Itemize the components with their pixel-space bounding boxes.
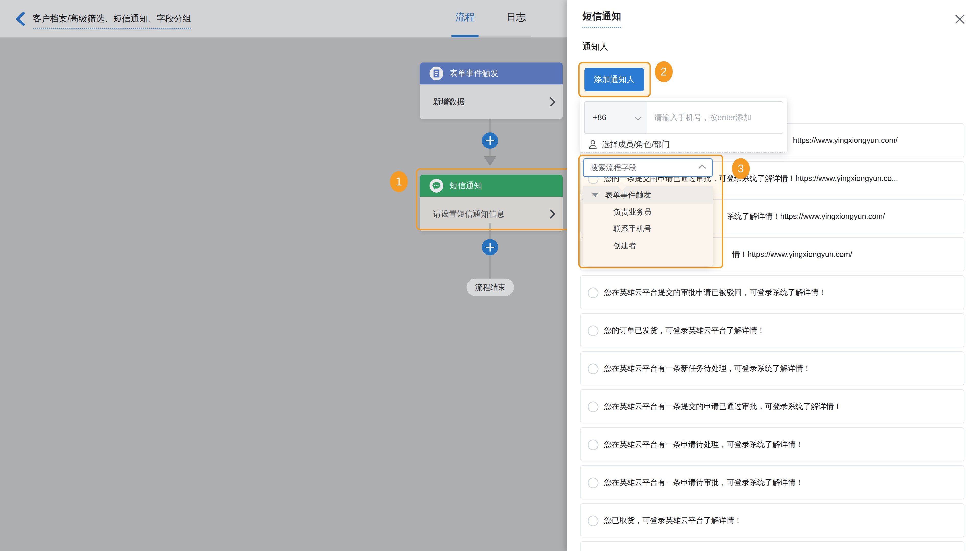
person-icon: [588, 140, 597, 149]
connector-line: [490, 119, 490, 132]
breadcrumb[interactable]: 客户档案/高级筛选、短信通知、字段分组: [33, 13, 191, 29]
field-search-placeholder: 搜索流程字段: [590, 162, 700, 173]
chevron-right-icon: [546, 97, 555, 106]
notify-person-label: 通知人: [582, 41, 608, 52]
member-picker-option[interactable]: 选择成员/角色/部门: [588, 139, 670, 150]
phone-input-group: +86: [584, 101, 783, 134]
caret-down-icon: [592, 193, 598, 197]
field-tree-group-label: 表单事件触发: [605, 190, 651, 200]
chevron-down-icon: [635, 113, 641, 121]
sms-config-panel: 短信通知 通知人 https://www.yingxiongyun.com/您的…: [567, 0, 980, 551]
radio-button[interactable]: [588, 364, 598, 374]
radio-button[interactable]: [588, 287, 598, 298]
annotation-badge-1: 1: [390, 171, 408, 192]
flow-end-label: 流程结束: [466, 279, 514, 296]
field-tree-item[interactable]: 负责业务员: [583, 203, 713, 221]
back-icon[interactable]: [14, 12, 27, 26]
template-option-row[interactable]: [580, 541, 964, 551]
radio-button[interactable]: [588, 516, 598, 526]
annotation-box-1: [416, 168, 580, 230]
annotation-badge-2: 2: [655, 61, 673, 82]
panel-title: 短信通知: [582, 10, 621, 28]
tab-flow[interactable]: 流程: [445, 11, 485, 24]
trigger-node-body[interactable]: 新增数据: [420, 84, 563, 119]
template-option-text: 您在英雄云平台有一条提交的申请已通过审批，可登录系统了解详情！: [581, 401, 842, 412]
template-option-text: 您已取货，可登录英雄云平台了解详情！: [581, 515, 742, 526]
template-option-row[interactable]: 您的订单已发货，可登录英雄云平台了解详情！: [580, 313, 964, 348]
field-tree-dropdown: 表单事件触发 负责业务员联系手机号创建者: [583, 186, 713, 266]
template-option-text: 您在英雄云平台提交的审批申请已被驳回，可登录系统了解详情！: [581, 287, 826, 298]
template-option-text: 您在英雄云平台有一条新任务待处理，可登录系统了解详情！: [581, 363, 811, 374]
template-option-row[interactable]: 您在英雄云平台提交的审批申请已被驳回，可登录系统了解详情！: [580, 275, 964, 310]
form-document-icon: [430, 67, 443, 80]
field-tree-items: 负责业务员联系手机号创建者: [583, 203, 713, 254]
country-code-value: +86: [593, 113, 635, 122]
template-option-row[interactable]: 您在英雄云平台有一条申请待审批，可登录系统了解详情！: [580, 465, 964, 499]
annotation-badge-3: 3: [732, 158, 750, 179]
radio-button[interactable]: [588, 478, 598, 488]
add-node-button-1[interactable]: [482, 132, 498, 149]
template-option-row[interactable]: 您在英雄云平台有一条提交的申请已通过审批，可登录系统了解详情！: [580, 389, 964, 424]
trigger-node-header: 表单事件触发: [420, 62, 563, 84]
connector-arrow-icon: [484, 156, 496, 166]
field-search-box[interactable]: 搜索流程字段: [583, 158, 713, 177]
field-tree-group[interactable]: 表单事件触发: [583, 186, 713, 203]
template-option-row[interactable]: 您在英雄云平台有一条新任务待处理，可登录系统了解详情！: [580, 351, 964, 386]
trigger-node[interactable]: 表单事件触发 新增数据: [420, 62, 563, 119]
template-option-text: 您在英雄云平台有一条申请待审批，可登录系统了解详情！: [581, 477, 803, 488]
connector-line: [490, 256, 490, 279]
tab-bar-divider: [479, 36, 531, 37]
radio-button[interactable]: [588, 326, 598, 336]
trigger-node-subtitle: 新增数据: [433, 97, 547, 107]
field-tree-item[interactable]: 联系手机号: [583, 221, 713, 237]
radio-button[interactable]: [588, 402, 598, 412]
flow-canvas: 表单事件触发 新增数据 1 短信通知 请设置短信通知信息 流程结束: [0, 38, 567, 551]
radio-button[interactable]: [588, 440, 598, 450]
close-icon[interactable]: [954, 13, 966, 25]
country-code-select[interactable]: +86: [585, 102, 646, 133]
add-notifier-button[interactable]: 添加通知人: [584, 68, 644, 91]
add-node-button-2[interactable]: [482, 239, 498, 256]
member-picker-label: 选择成员/角色/部门: [602, 139, 670, 150]
trigger-node-title: 表单事件触发: [449, 68, 498, 79]
connector-line: [490, 149, 490, 156]
active-tab-indicator: [452, 35, 479, 37]
template-option-text: 您在英雄云平台有一条申请待处理，可登录系统了解详情！: [581, 439, 803, 450]
tab-log[interactable]: 日志: [496, 11, 536, 24]
template-option-text: 您的订单已发货，可登录英雄云平台了解详情！: [581, 325, 765, 336]
template-option-row[interactable]: 您已取货，可登录英雄云平台了解详情！: [580, 503, 964, 537]
notifier-popup: +86 选择成员/角色/部门: [580, 98, 788, 153]
phone-number-input[interactable]: [646, 102, 783, 133]
field-tree-item[interactable]: 创建者: [583, 237, 713, 254]
template-option-row[interactable]: 您在英雄云平台有一条申请待处理，可登录系统了解详情！: [580, 427, 964, 462]
